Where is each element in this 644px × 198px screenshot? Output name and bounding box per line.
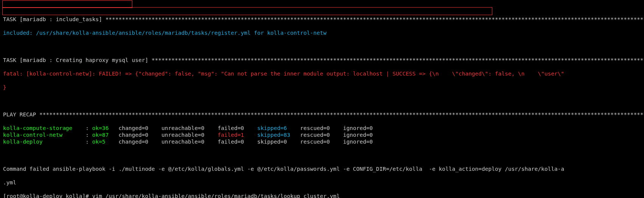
command-failed-line-1: Command failed ansible-playbook -i ./mul… [3, 166, 641, 172]
included-line: included: /usr/share/kolla-ansible/ansib… [3, 29, 641, 36]
recap-row: kolla-deploy : ok=5 changed=0 unreachabl… [3, 138, 641, 145]
play-recap-header: PLAY RECAP *****************************… [3, 111, 641, 118]
terminal-output[interactable]: TASK [mariadb : include_tasks] *********… [0, 0, 644, 198]
blank-line [3, 152, 641, 159]
task-header-2: TASK [mariadb : Creating haproxy mysql u… [3, 57, 641, 63]
recap-row: kolla-control-netw : ok=87 changed=0 unr… [3, 131, 641, 138]
play-recap-rows: kolla-compute-storage : ok=36 changed=0 … [3, 125, 641, 145]
command-history: [root@kolla-deploy kolla]# vim /usr/shar… [3, 193, 641, 198]
history-line: [root@kolla-deploy kolla]# vim /usr/shar… [3, 193, 641, 198]
recap-row: kolla-compute-storage : ok=36 changed=0 … [3, 125, 641, 131]
task-header-1: TASK [mariadb : include_tasks] *********… [3, 16, 641, 23]
blank-line [3, 43, 641, 50]
command-failed-line-2: .yml [3, 179, 641, 186]
fatal-error-line-1: fatal: [kolla-control-netw]: FAILED! => … [3, 70, 641, 77]
fatal-error-line-2: } [3, 84, 641, 91]
blank-line [3, 97, 641, 104]
